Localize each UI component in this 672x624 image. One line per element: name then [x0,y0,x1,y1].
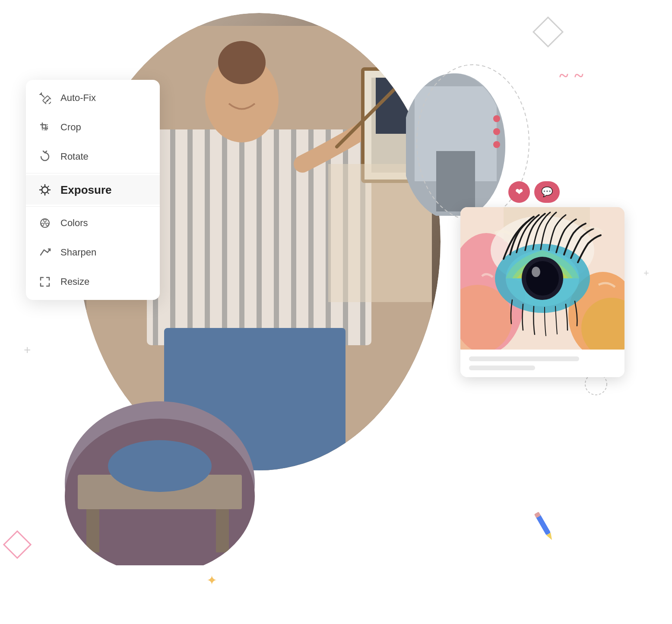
svg-point-84 [532,267,540,277]
post-card-bar-2 [469,366,535,370]
svg-rect-32 [216,509,229,552]
resize-label: Resize [60,276,89,287]
svg-point-68 [44,219,46,222]
menu-item-rotate[interactable]: Rotate [26,142,160,171]
svg-line-65 [48,186,48,187]
menu-item-sharpen[interactable]: Sharpen [26,238,160,267]
heart-reaction: ❤ [508,181,530,203]
svg-text:✦: ✦ [206,573,217,587]
menu-divider [26,173,160,173]
menu-item-colors[interactable]: Colors [26,208,160,238]
post-card-bar-1 [469,356,579,361]
crop-label: Crop [60,122,81,133]
svg-line-66 [41,192,42,193]
svg-rect-57 [42,125,48,130]
exposure-label: Exposure [60,183,112,197]
menu-panel: Auto-Fix Crop Rotate [26,80,160,300]
menu-divider-2 [26,206,160,207]
scene: ~ ~ ✦ + + [0,0,672,624]
colors-label: Colors [60,217,88,229]
sharpen-label: Sharpen [60,247,96,258]
rotate-icon [38,150,52,164]
svg-rect-39 [533,17,563,47]
svg-text:~: ~ [574,66,583,85]
auto-fix-icon [38,91,52,105]
svg-rect-47 [4,531,31,558]
menu-item-auto-fix[interactable]: Auto-Fix [26,83,160,113]
svg-point-20 [218,41,266,84]
crop-icon [38,120,52,134]
svg-text:+: + [643,268,649,278]
svg-rect-37 [436,151,475,211]
svg-text:~: ~ [559,66,568,85]
post-card-image [460,207,624,350]
rotate-label: Rotate [60,151,89,162]
post-card [460,207,624,377]
menu-item-crop[interactable]: Crop [26,113,160,142]
reaction-bubbles: ❤ 💬 [508,181,560,203]
colors-icon [38,216,52,230]
svg-point-42 [493,115,500,122]
menu-item-exposure[interactable]: Exposure [26,175,160,205]
svg-line-63 [41,186,42,187]
svg-rect-31 [86,509,99,552]
auto-fix-label: Auto-Fix [60,92,96,104]
svg-point-70 [46,223,49,226]
post-card-footer [460,350,624,377]
svg-point-33 [108,440,212,492]
exposure-icon [38,183,52,197]
svg-point-43 [493,128,500,135]
svg-point-25 [394,83,401,90]
svg-point-69 [41,223,44,226]
svg-point-44 [493,141,500,148]
svg-point-71 [44,222,46,224]
comment-reaction: 💬 [534,181,560,203]
svg-line-64 [48,192,48,193]
sharpen-icon [38,246,52,259]
svg-text:+: + [24,343,31,356]
resize-icon [38,275,52,289]
menu-item-resize[interactable]: Resize [26,267,160,296]
svg-point-83 [526,261,559,296]
svg-point-58 [42,187,48,193]
